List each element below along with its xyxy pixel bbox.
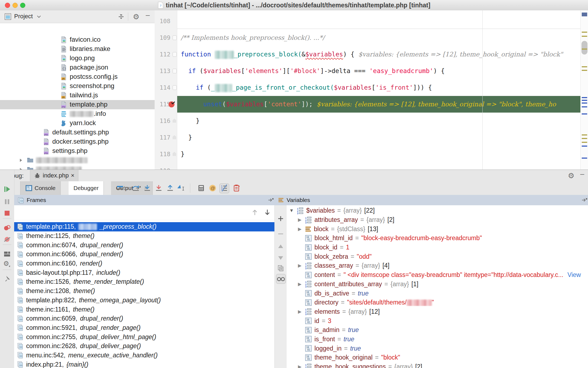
frame-row[interactable]: <>menu.inc:542, menu_execute_active_hand… [14,351,274,360]
fold-marker[interactable] [173,85,177,90]
code-editor[interactable]: 108109112113114115116117118119 /** Imple… [155,10,588,170]
tree-item-favicon.ico[interactable]: favicon.ico [0,35,155,44]
tree-item-package.json[interactable]: {}package.json [0,63,155,72]
fold-marker[interactable] [173,35,177,40]
fold-marker[interactable] [173,69,177,73]
resume-icon[interactable] [2,185,12,194]
tree-item-libraries.make[interactable]: libraries.make [0,44,155,54]
frame-row[interactable]: <>common.inc:2755, drupal_deliver_html_p… [14,332,274,342]
variable-row[interactable]: ▶block={stdClass}[13] [287,224,588,234]
inline-values-icon[interactable]: @ [208,183,217,193]
fold-marker[interactable] [173,119,176,123]
variable-row[interactable]: ▶123content_attributes_array={array}[1] [287,280,588,289]
move-panel-icon[interactable] [581,197,587,203]
step-over-icon[interactable] [131,183,140,193]
gear-icon[interactable]: ⚙ [133,13,139,21]
stop-icon[interactable] [2,209,12,218]
move-down-icon[interactable] [276,253,285,263]
mute-breakpoints-icon[interactable] [2,235,12,244]
variable-row[interactable]: 1001block_html_id="block-easy-breadcrumb… [287,234,588,243]
force-step-into-icon[interactable] [154,183,163,193]
frame-row[interactable]: <>theme.inc:1526, theme_render_template(… [14,277,274,286]
tree-item-screenshot.png[interactable]: screenshot.png [0,82,155,91]
variable-row[interactable]: ▶123elements={array}[12] [287,307,588,316]
pause-icon[interactable] [2,197,12,206]
triangle-collapsed-icon[interactable]: ▶ [297,217,302,223]
chevron-right-icon[interactable] [19,158,23,162]
frame-row[interactable]: <>common.inc:2628, drupal_deliver_page() [14,342,274,351]
frame-row[interactable]: <>theme.inc:1208, theme() [14,286,274,296]
triangle-collapsed-icon[interactable]: ▶ [297,226,302,232]
tree-item-template.php[interactable]: phptemplate.php [0,100,155,109]
frame-row[interactable]: <>common.inc:6074, drupal_render() [14,240,274,250]
copy-icon[interactable] [276,264,285,273]
close-icon[interactable]: × [71,172,74,179]
tree-item-logo.png[interactable]: logo.png [0,54,155,63]
variable-row[interactable]: ▼123$variables={array}[22] [287,206,588,215]
tree-item-settings.php[interactable]: phpsettings.php [0,146,155,156]
gear-icon[interactable]: ⚙ [568,171,574,180]
variable-row[interactable]: ▶123theme_hook_suggestions={array}[2] [287,362,588,368]
hide-panel-icon[interactable]: − [580,170,585,179]
move-up-icon[interactable] [276,242,285,251]
scrollbar-thumb[interactable] [581,41,587,55]
triangle-expanded-icon[interactable]: ▼ [289,208,294,213]
tree-item-tailwind.js[interactable]: JStailwind.js [0,91,155,100]
next-frame-icon[interactable] [264,209,271,216]
tree-item[interactable] [0,156,155,165]
sorted-list-icon[interactable]: 12 [219,183,229,193]
collapse-all-icon[interactable] [118,13,125,20]
layout-icon[interactable] [2,249,12,259]
frame-row[interactable]: <>theme.inc:1125, theme() [14,231,274,241]
chevron-down-icon[interactable] [37,15,41,18]
variable-row[interactable]: 1001content=" <div itemscope class="easy… [287,270,588,280]
tab-console[interactable]: Console [20,181,61,195]
restore-layout-icon[interactable] [232,183,241,193]
fold-marker[interactable] [173,152,176,156]
frame-row[interactable]: <>template.php:115, _preprocess_block() [14,222,274,231]
move-panel-icon[interactable] [268,197,274,203]
frame-row[interactable]: <>common.inc:6160, render() [14,259,274,268]
variable-row[interactable]: 1001id=3 [287,316,588,325]
frame-row[interactable]: <>index.php:21, {main}() [14,360,274,368]
previous-frame-icon[interactable] [252,209,258,216]
tree-item-yarn.lock[interactable]: yarn.lock [0,119,155,128]
view-link[interactable]: View [567,271,581,279]
triangle-collapsed-icon[interactable]: ▶ [297,364,302,368]
frame-row[interactable]: <>common.inc:5921, drupal_render_page() [14,323,274,333]
run-to-cursor-icon[interactable] [177,183,186,193]
triangle-collapsed-icon[interactable]: ▶ [297,309,302,315]
debug-session-tab[interactable]: index.php × [30,170,78,181]
tab-debugger[interactable]: Debugger [69,181,104,195]
evaluate-icon[interactable] [197,183,206,193]
variable-row[interactable]: 1001db_is_active=true [287,289,588,298]
fold-marker[interactable] [173,135,176,139]
variable-row[interactable]: 1001block_id=1 [287,243,588,252]
project-panel-title[interactable]: Project [14,13,33,20]
triangle-collapsed-icon[interactable]: ▶ [297,263,302,269]
view-breakpoints-icon[interactable] [2,223,12,233]
triangle-collapsed-icon[interactable]: ▶ [297,281,302,287]
remove-watch-icon[interactable] [276,229,285,239]
variable-row[interactable]: ▶123classes_array={array}[4] [287,261,588,270]
show-exec-icon[interactable] [115,183,125,193]
watches-glasses-icon[interactable] [276,274,286,284]
variable-row[interactable]: ▶123attributes_array={array}[2] [287,215,588,225]
frame-row[interactable]: <>common.inc:6066, drupal_render() [14,250,274,259]
variable-row[interactable]: 1001is_front=true [287,335,588,344]
step-into-icon[interactable] [143,183,152,193]
code-area[interactable]: /** Implements hook_preprocess_block(). … [155,10,580,170]
variable-row[interactable]: 1001block_zebra="odd" [287,252,588,261]
variable-row[interactable]: 1001is_admin=true [287,325,588,335]
add-watch-icon[interactable] [276,214,285,223]
fold-marker[interactable] [173,52,177,57]
variable-row[interactable]: 1001theme_hook_original="block" [287,353,588,362]
frame-row[interactable]: <>template.php:822, theme_omega_page_lay… [14,296,274,305]
hide-panel-icon[interactable]: − [145,11,150,20]
tree-item-default.settings.php[interactable]: phpdefault.settings.php [0,128,155,137]
step-out-icon[interactable] [166,183,175,193]
variable-row[interactable]: 1001logged_in=true [287,344,588,353]
variable-row[interactable]: 1001directory="sites/default/themes/" [287,298,588,307]
frame-row[interactable]: <>basic-layout.tpl.php:117, include() [14,268,274,277]
gear-arrow-icon[interactable]: ⚙ [2,259,12,269]
